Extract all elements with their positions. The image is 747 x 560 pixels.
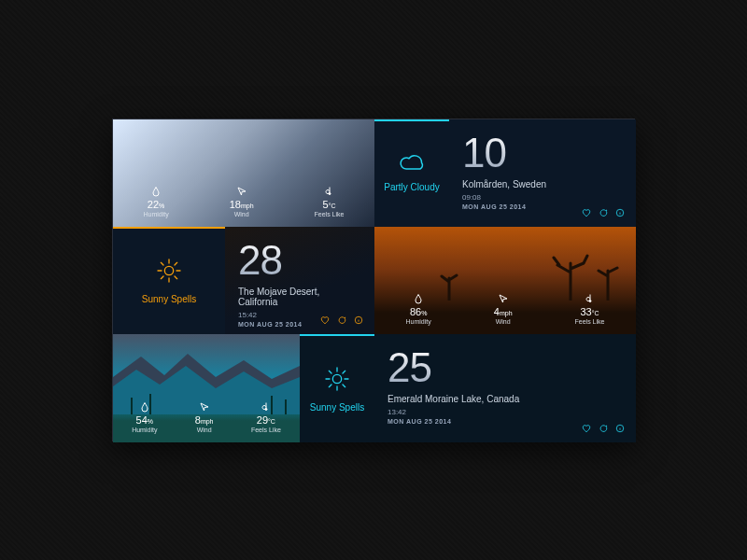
- card-2-main: 25°C Emerald Moraine Lake, Canada 13:42 …: [374, 334, 636, 442]
- cursor-icon: [236, 186, 247, 197]
- comment-icon[interactable]: [599, 424, 608, 433]
- temp-value: 28°C: [238, 240, 361, 281]
- droplet-icon: [150, 186, 162, 197]
- svg-point-2: [164, 266, 173, 274]
- thermometer-icon: [585, 293, 596, 304]
- card-1-photo: 86% Humidity 4mph Wind 33°C Feels Like: [374, 227, 636, 334]
- card-1-main: 28°C The Mojave Desert, California 15:42…: [225, 227, 374, 334]
- card-1-condition: Sunny Spells: [113, 227, 225, 334]
- heart-icon[interactable]: [320, 315, 330, 325]
- droplet-icon: [139, 401, 150, 413]
- heart-icon[interactable]: [582, 208, 591, 217]
- thermometer-icon: [324, 186, 335, 197]
- location: Emerald Moraine Lake, Canada: [388, 394, 623, 404]
- stat-feels: 33°C Feels Like: [575, 293, 605, 325]
- comment-icon[interactable]: [599, 208, 608, 217]
- heart-icon[interactable]: [582, 424, 591, 433]
- sun-icon: [322, 364, 352, 394]
- stat-feels: 29°C Feels Like: [251, 401, 281, 433]
- card-2-stats: 54% Humidity 8mph Wind 29°C Feels Like: [113, 401, 300, 433]
- location: Kolmården, Sweden: [462, 179, 623, 189]
- card-0-main: 10°C Kolmården, Sweden 09:08 MON AUG 25 …: [449, 119, 636, 227]
- card-0-photo: 22% Humidity 18mph Wind 5°C Feels Like: [113, 119, 374, 227]
- time: 13:42: [388, 408, 623, 416]
- svg-point-4: [589, 301, 591, 302]
- droplet-icon: [413, 293, 424, 304]
- cursor-icon: [498, 293, 509, 304]
- time: 09:08: [462, 193, 623, 202]
- svg-point-0: [329, 193, 331, 195]
- svg-point-7: [265, 409, 267, 411]
- temp-value: 10°C: [462, 133, 623, 174]
- weather-dashboard: 22% Humidity 18mph Wind 5°C Feels Like P…: [112, 119, 635, 441]
- sun-icon: [154, 256, 184, 286]
- card-2-photo: 54% Humidity 8mph Wind 29°C Feels Like: [113, 334, 300, 442]
- card-2-actions: [582, 424, 625, 433]
- stat-wind: 4mph Wind: [494, 293, 513, 325]
- info-icon[interactable]: [615, 208, 625, 217]
- stat-humidity: 54% Humidity: [132, 401, 157, 433]
- card-1-actions: [320, 315, 363, 325]
- location: The Mojave Desert, California: [238, 287, 361, 307]
- svg-point-8: [332, 374, 341, 383]
- card-2-condition: Sunny Spells: [300, 334, 374, 442]
- temp-value: 25°C: [388, 347, 623, 388]
- card-0-stats: 22% Humidity 18mph Wind 5°C Feels Like: [113, 186, 374, 217]
- comment-icon[interactable]: [337, 315, 346, 325]
- stat-wind: 8mph Wind: [195, 401, 214, 433]
- cloud-icon: [398, 153, 426, 174]
- card-0-condition: Partly Cloudy: [374, 119, 449, 227]
- info-icon[interactable]: [615, 424, 625, 433]
- stat-wind: 18mph Wind: [230, 186, 254, 217]
- stat-humidity: 22% Humidity: [143, 186, 168, 217]
- stat-feels: 5°C Feels Like: [315, 186, 345, 217]
- card-1-stats: 86% Humidity 4mph Wind 33°C Feels Like: [374, 293, 636, 325]
- thermometer-icon: [261, 401, 272, 413]
- desert-scene-icon: [384, 245, 636, 301]
- info-icon[interactable]: [354, 315, 363, 325]
- cursor-icon: [199, 401, 210, 413]
- stat-humidity: 86% Humidity: [406, 293, 431, 325]
- card-0-actions: [582, 208, 625, 217]
